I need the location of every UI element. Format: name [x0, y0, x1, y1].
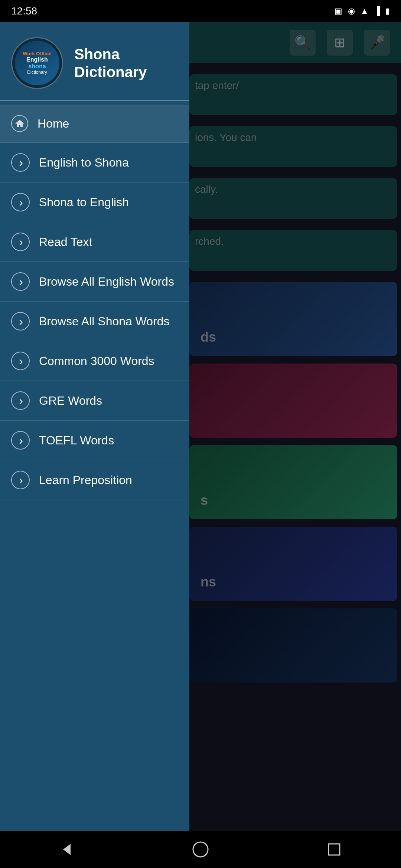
- app-title-line1: Shona: [74, 46, 120, 62]
- svg-marker-0: [63, 844, 71, 855]
- notification-icon: ◉: [348, 6, 355, 16]
- menu-item-browse-shona[interactable]: Browse All Shona Words: [0, 302, 189, 341]
- status-icons: ▣ ◉ ▲ ▐ ▮: [335, 6, 390, 16]
- wifi-icon: ▲: [361, 6, 369, 16]
- back-button[interactable]: [52, 835, 82, 864]
- menu-label-home: Home: [38, 117, 69, 131]
- menu-item-shona-to-english[interactable]: Shona to English: [0, 183, 189, 222]
- status-time: 12:58: [11, 5, 37, 17]
- menu-item-learn-preposition[interactable]: Learn Preposition: [0, 460, 189, 500]
- chevron-right-icon-english-shona: [11, 153, 30, 172]
- navigation-drawer: Work Offline English shona Dictionary Sh…: [0, 22, 189, 868]
- drawer-header: Work Offline English shona Dictionary Sh…: [0, 22, 189, 101]
- chevron-right-icon-shona-english: [11, 193, 30, 211]
- chevron-right-icon-toefl: [11, 431, 30, 450]
- svg-point-1: [193, 842, 208, 857]
- menu-label-common-3000: Common 3000 Words: [39, 354, 154, 368]
- menu-item-english-to-shona[interactable]: English to Shona: [0, 143, 189, 183]
- status-bar: 12:58 ▣ ◉ ▲ ▐ ▮: [0, 0, 401, 22]
- menu-label-read-text: Read Text: [39, 235, 92, 249]
- menu-item-home[interactable]: Home: [0, 105, 189, 143]
- sim-icon: ▣: [335, 6, 342, 16]
- menu-item-common-3000[interactable]: Common 3000 Words: [0, 341, 189, 381]
- logo-english-text: English: [26, 56, 48, 63]
- chevron-right-icon-preposition: [11, 471, 30, 489]
- menu-item-gre-words[interactable]: GRE Words: [0, 381, 189, 421]
- svg-rect-2: [329, 844, 340, 855]
- chevron-right-icon-gre: [11, 391, 30, 410]
- menu-item-browse-english[interactable]: Browse All English Words: [0, 262, 189, 302]
- logo-inner: Work Offline English shona Dictionary: [15, 41, 59, 85]
- app-title-line2: Dictionary: [74, 64, 147, 80]
- logo-shona-text: shona: [28, 63, 46, 70]
- home-button[interactable]: [186, 835, 215, 864]
- menu-item-toefl-words[interactable]: TOEFL Words: [0, 421, 189, 460]
- navigation-bar: [0, 831, 401, 868]
- logo-work-offline-text: Work Offline: [23, 51, 51, 56]
- app-logo: Work Offline English shona Dictionary: [11, 37, 63, 89]
- recent-button[interactable]: [319, 835, 349, 864]
- menu-label-learn-preposition: Learn Preposition: [39, 473, 132, 487]
- chevron-right-icon-browse-english: [11, 272, 30, 291]
- menu-label-browse-shona: Browse All Shona Words: [39, 315, 170, 328]
- chevron-right-icon-read-text: [11, 233, 30, 251]
- menu-items-list: Home English to Shona Shona to English R…: [0, 105, 189, 868]
- menu-item-read-text[interactable]: Read Text: [0, 222, 189, 262]
- home-icon: [11, 115, 28, 132]
- signal-icon: ▐: [374, 6, 380, 16]
- app-title: Shona Dictionary: [74, 45, 147, 81]
- menu-label-browse-english: Browse All English Words: [39, 275, 174, 289]
- menu-label-gre-words: GRE Words: [39, 394, 102, 408]
- menu-label-english-to-shona: English to Shona: [39, 156, 129, 170]
- logo-dictionary-text: Dictionary: [27, 70, 47, 75]
- menu-label-shona-to-english: Shona to English: [39, 195, 129, 209]
- chevron-right-icon-browse-shona: [11, 312, 30, 331]
- chevron-right-icon-common-3000: [11, 352, 30, 370]
- menu-label-toefl-words: TOEFL Words: [39, 434, 114, 447]
- battery-icon: ▮: [385, 6, 390, 16]
